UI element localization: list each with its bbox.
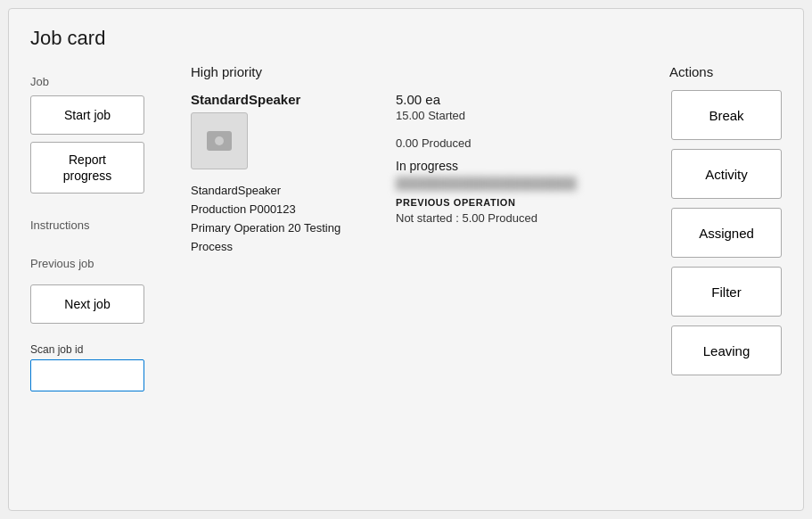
actions-column: Actions Break Activity Assigned Filter L… [666, 64, 782, 391]
product-qty: 5.00 ea [396, 92, 648, 107]
left-labels: Instructions Previous job [30, 208, 173, 277]
prev-op-value: Not started : 5.00 Produced [396, 211, 648, 225]
scan-job-label: Scan job id [30, 343, 173, 356]
filter-button[interactable]: Filter [671, 267, 782, 317]
product-image [191, 112, 248, 169]
actions-label: Actions [666, 64, 713, 79]
detail-standard-speaker: StandardSpeaker [191, 184, 369, 197]
activity-button[interactable]: Activity [671, 149, 782, 199]
middle-right: 5.00 ea 15.00 Started 0.00 Produced In p… [369, 92, 648, 253]
produced-stat: 0.00 Produced [396, 136, 648, 150]
priority-label: High priority [191, 64, 648, 79]
status-badge: In progress [396, 159, 648, 173]
product-name: StandardSpeaker [191, 92, 369, 107]
middle-column: High priority StandardSpeaker StandardSp… [173, 64, 666, 391]
prev-op-label: PREVIOUS OPERATION [396, 197, 648, 208]
detail-process: Process [191, 240, 369, 253]
product-details: StandardSpeaker Production P000123 Prima… [191, 184, 369, 253]
leaving-button[interactable]: Leaving [671, 325, 782, 375]
break-button[interactable]: Break [671, 90, 782, 140]
scan-job-input[interactable] [30, 359, 144, 391]
job-card: Job card Job Start job Report progress I… [8, 8, 804, 511]
page-title: Job card [30, 27, 782, 50]
report-progress-button[interactable]: Report progress [30, 142, 144, 194]
assigned-button[interactable]: Assigned [671, 208, 782, 258]
start-job-button[interactable]: Start job [30, 95, 144, 135]
detail-operation: Primary Operation 20 Testing [191, 221, 369, 235]
job-section-label: Job [30, 75, 173, 88]
instructions-label: Instructions [30, 218, 173, 232]
middle-main: StandardSpeaker StandardSpeaker Producti… [191, 92, 648, 253]
blurred-info: ██████████████████████ [396, 177, 648, 190]
middle-left: StandardSpeaker StandardSpeaker Producti… [191, 92, 369, 253]
previous-job-label: Previous job [30, 257, 173, 270]
started-stat: 15.00 Started [396, 109, 648, 122]
left-column: Job Start job Report progress Instructio… [30, 64, 173, 391]
detail-production: Production P000123 [191, 202, 369, 216]
next-job-button[interactable]: Next job [30, 284, 144, 324]
camera-icon [207, 131, 232, 151]
